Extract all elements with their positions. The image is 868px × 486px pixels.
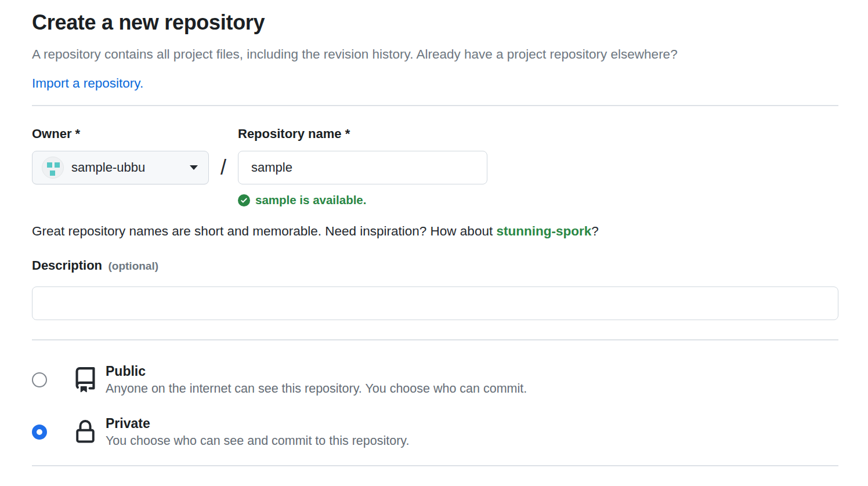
name-hint: Great repository names are short and mem…	[32, 222, 838, 240]
import-repository-link[interactable]: Import a repository.	[32, 76, 143, 90]
middle-divider	[32, 339, 838, 340]
bottom-divider	[32, 465, 838, 466]
public-option-description: Anyone on the internet can see this repo…	[106, 380, 527, 397]
repo-name-field: Repository name * sample is available.	[238, 126, 487, 207]
private-option-text: Private You choose who can see and commi…	[106, 415, 409, 449]
public-option-label: Public	[106, 362, 527, 380]
top-divider	[32, 105, 838, 106]
repo-book-icon	[72, 367, 99, 393]
description-label-row: Description (optional)	[32, 257, 838, 274]
description-optional-label: (optional)	[108, 260, 158, 272]
owner-label: Owner *	[32, 126, 209, 142]
owner-avatar	[42, 157, 64, 179]
public-radio[interactable]	[32, 372, 47, 387]
page-subtitle: A repository contains all project files,…	[32, 45, 838, 64]
description-label: Description	[32, 258, 102, 273]
availability-message: sample is available.	[238, 193, 487, 207]
owner-required-mark: *	[75, 126, 81, 141]
owner-select-button[interactable]: sample-ubbu	[32, 151, 209, 184]
suggested-name[interactable]: stunning-spork	[496, 224, 591, 238]
owner-selected-value: sample-ubbu	[71, 160, 145, 175]
public-option-text: Public Anyone on the internet can see th…	[106, 362, 527, 397]
description-input[interactable]	[32, 286, 838, 320]
page-title: Create a new repository	[32, 9, 838, 35]
private-option-description: You choose who can see and commit to thi…	[106, 432, 409, 449]
repo-name-required-mark: *	[345, 126, 350, 141]
private-option-label: Private	[106, 415, 409, 432]
repo-name-label: Repository name *	[238, 126, 487, 142]
check-circle-icon	[238, 194, 250, 206]
repo-name-input[interactable]	[238, 151, 487, 184]
owner-repo-row: Owner * sample-ubbu / Repository name *	[32, 126, 838, 207]
lock-icon	[72, 420, 99, 444]
visibility-option-public: Public Anyone on the internet can see th…	[32, 362, 838, 397]
import-line: Import a repository.	[32, 75, 838, 92]
owner-repo-separator: /	[209, 151, 238, 184]
owner-field: Owner * sample-ubbu	[32, 126, 209, 184]
visibility-option-private: Private You choose who can see and commi…	[32, 415, 838, 449]
create-repository-page: Create a new repository A repository con…	[0, 0, 868, 466]
private-radio[interactable]	[32, 425, 47, 440]
availability-text: sample is available.	[255, 193, 366, 207]
triangle-down-icon	[190, 165, 198, 170]
